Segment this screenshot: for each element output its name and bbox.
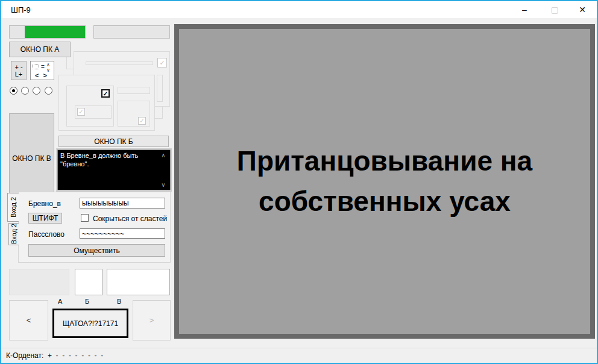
- disabled-checkbox-2: ✓: [77, 108, 85, 116]
- disabled-vertical-track: [157, 75, 163, 102]
- chevron-left-icon: <: [27, 316, 31, 325]
- chevron-right-icon: >: [150, 316, 154, 325]
- radio-option-3[interactable]: [33, 87, 40, 95]
- label-a: А: [58, 298, 62, 305]
- client-area: ОКНО ПК А + - L+ = ∧ ∨ < > ОКНО ПК В ✓: [1, 18, 597, 363]
- plus-minus-line2: L+: [15, 71, 23, 78]
- disabled-slider-track: [86, 61, 153, 65]
- plus-minus-line1: + -: [14, 63, 22, 71]
- shtift-button[interactable]: ШТИФТ: [28, 213, 62, 224]
- label-b: Б: [85, 298, 89, 305]
- disabled-field: [118, 87, 150, 94]
- brevno-input[interactable]: [80, 198, 165, 209]
- radio-option-2[interactable]: [21, 87, 29, 95]
- disabled-step-outline: [154, 107, 163, 119]
- slot-v: [107, 269, 170, 295]
- disabled-outline: [66, 57, 74, 69]
- scroll-up-icon[interactable]: ∧: [157, 152, 169, 158]
- tab-vhod2-second[interactable]: Вход 2: [8, 223, 19, 245]
- brevno-label: Бревно_в: [28, 199, 61, 208]
- tab-vhod2-selected[interactable]: Вход 2: [7, 193, 19, 222]
- console-container: В Бревне_в должно быть "бревно". ∧ ∨: [56, 148, 172, 192]
- title-bar: ШП-9 – ▢ ✕: [1, 1, 597, 18]
- submit-button[interactable]: Омуществить: [28, 244, 165, 257]
- password-label: Пассслово: [28, 230, 65, 239]
- scroll-down-icon[interactable]: ∨: [157, 181, 169, 188]
- password-input[interactable]: [80, 228, 165, 239]
- radio-option-4[interactable]: [45, 87, 52, 95]
- console-text: В Бревне_в должно быть "бревно".: [60, 151, 156, 168]
- submit-label: Омуществить: [74, 246, 119, 255]
- minimize-button[interactable]: –: [511, 1, 538, 18]
- checked-checkbox[interactable]: ✓: [101, 89, 110, 98]
- slot-b: [75, 269, 102, 295]
- radio-dot: [12, 89, 15, 92]
- check-icon: ✓: [139, 118, 144, 124]
- window-title: ШП-9: [11, 5, 31, 14]
- console-line-1: В Бревне_в должно быть: [60, 151, 156, 160]
- maximize-button: ▢: [541, 1, 568, 18]
- okno-pk-b-button[interactable]: ОКНО ПК Б: [58, 136, 169, 147]
- slot-a: [9, 269, 69, 295]
- shtift-label: ШТИФТ: [33, 214, 58, 222]
- hide-checkbox-label: Сокрыться от сластей: [93, 215, 167, 223]
- label-v: В: [117, 298, 121, 305]
- close-icon: ✕: [579, 5, 586, 14]
- selection-rect-icon: [33, 64, 39, 69]
- tab1-label: Вход 2: [10, 197, 17, 218]
- okno-pk-a-label: ОКНО ПК А: [20, 45, 60, 54]
- statusbar-text: К-Орденат: + - - - - - - - -: [6, 351, 103, 360]
- okno-pk-v-label: ОКНО ПК В: [12, 154, 51, 163]
- disabled-checkbox-3: ✓: [138, 117, 146, 125]
- spin-up-icon[interactable]: ∧: [46, 62, 50, 67]
- console-output[interactable]: В Бревне_в должно быть "бревно". ∧ ∨: [57, 149, 171, 190]
- display-text-line2: собственных усах: [259, 181, 511, 222]
- chevron-left-right-icon[interactable]: < >: [35, 72, 48, 79]
- code-button[interactable]: ЩАТОА?!?17171: [52, 309, 128, 338]
- check-icon: ✓: [103, 90, 108, 97]
- tab2-label: Вход 2: [10, 224, 17, 244]
- check-icon: ✓: [78, 108, 83, 115]
- spinner-control[interactable]: = ∧ ∨ < >: [30, 61, 54, 80]
- statusbar-separator: [1, 348, 597, 348]
- progress-bar-green: [9, 25, 86, 39]
- display-text-line1: Пританцовывание на: [237, 141, 532, 181]
- check-icon: ✓: [159, 59, 165, 67]
- code-button-label: ЩАТОА?!?17171: [63, 319, 118, 328]
- okno-pk-v-box[interactable]: ОКНО ПК В: [9, 113, 54, 203]
- plus-minus-button[interactable]: + - L+: [11, 61, 27, 80]
- okno-pk-b-label: ОКНО ПК Б: [94, 137, 133, 146]
- console-scrollbar[interactable]: ∧ ∨: [157, 151, 169, 189]
- prev-button[interactable]: <: [9, 300, 48, 340]
- display-panel: Пританцовывание на собственных усах: [174, 24, 595, 339]
- console-line-2: "бревно".: [60, 160, 156, 168]
- progress-bar-empty: [93, 25, 170, 39]
- okno-pk-a-button[interactable]: ОКНО ПК А: [9, 42, 71, 57]
- minimize-icon: –: [522, 5, 527, 14]
- next-button[interactable]: >: [133, 300, 171, 340]
- maximize-icon: ▢: [550, 5, 558, 14]
- disabled-checkbox-1: ✓: [157, 58, 167, 67]
- equals-icon: =: [41, 63, 45, 70]
- progress-fill: [25, 26, 85, 38]
- radio-option-1[interactable]: [10, 87, 17, 95]
- close-button[interactable]: ✕: [569, 1, 596, 18]
- hide-checkbox[interactable]: [81, 214, 89, 222]
- app-window: ШП-9 – ▢ ✕ ОКНО ПК А + - L+ = ∧ ∨ < >: [0, 0, 598, 364]
